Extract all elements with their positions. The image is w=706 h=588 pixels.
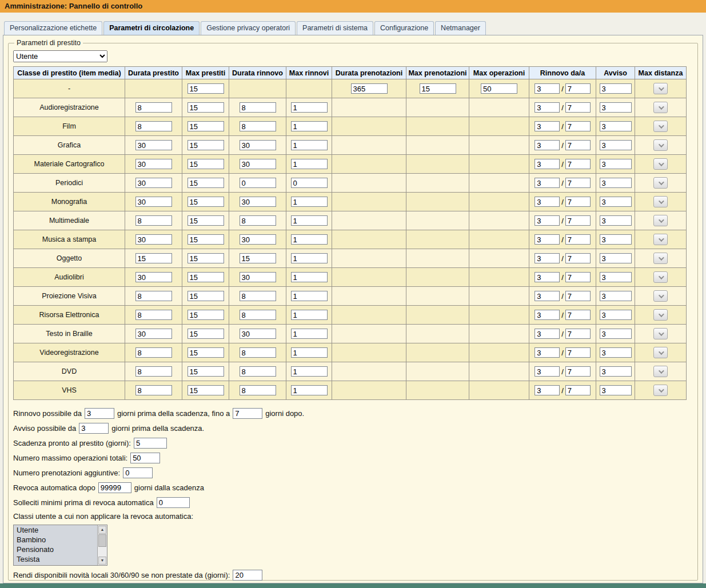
max-distanza-dropdown[interactable] (653, 215, 668, 226)
max-prestiti-input[interactable] (188, 215, 224, 226)
scrollbar-down-button[interactable]: ▼ (98, 557, 106, 565)
max-prestiti-input[interactable] (188, 140, 224, 150)
max-prestiti-input[interactable] (188, 234, 224, 245)
tab-netmanager[interactable]: Netmanager (435, 21, 486, 35)
rinnovo-a-input[interactable] (565, 197, 591, 207)
max-rinnovi-input[interactable] (291, 329, 328, 339)
extra-reservations-input[interactable] (123, 467, 153, 478)
max-distanza-dropdown[interactable] (653, 177, 668, 189)
avviso-input[interactable] (600, 178, 632, 188)
max-distanza-dropdown[interactable] (653, 121, 668, 132)
tab-gestione-privacy-operatori[interactable]: Gestione privacy operatori (201, 21, 296, 35)
scrollbar-up-button[interactable]: ▲ (98, 526, 106, 534)
max-rinnovi-input[interactable] (291, 291, 328, 301)
listbox-scrollbar[interactable]: ▲ ▼ (97, 525, 107, 565)
novelty-availability-input[interactable] (233, 570, 262, 581)
avviso-input[interactable] (600, 140, 632, 150)
max-rinnovi-input[interactable] (291, 178, 328, 188)
max-distanza-dropdown[interactable] (653, 328, 668, 339)
rinnovo-da-input[interactable] (535, 329, 560, 339)
durata-rinnovo-input[interactable] (240, 197, 276, 207)
max-distanza-dropdown[interactable] (653, 309, 668, 321)
auto-revoke-days-input[interactable] (98, 482, 131, 493)
durata-rinnovo-input[interactable] (240, 272, 276, 282)
durata-prestito-input[interactable] (135, 102, 172, 113)
avviso-input[interactable] (600, 329, 632, 339)
durata-rinnovo-input[interactable] (240, 253, 276, 263)
max-rinnovi-input[interactable] (291, 347, 328, 358)
durata-prestito-input[interactable] (135, 272, 172, 282)
max-distanza-dropdown[interactable] (653, 385, 668, 396)
rinnovo-a-input[interactable] (565, 385, 591, 395)
max-total-operations-input[interactable] (130, 453, 160, 463)
durata-prestito-input[interactable] (135, 234, 172, 245)
max-rinnovi-input[interactable] (291, 215, 328, 226)
max-prestiti-input[interactable] (188, 197, 224, 207)
rinnovo-da-input[interactable] (535, 272, 560, 282)
renewal-from-input[interactable] (85, 408, 114, 419)
durata-prenotazioni-input[interactable] (351, 83, 388, 94)
avviso-input[interactable] (600, 121, 632, 131)
durata-rinnovo-input[interactable] (240, 215, 276, 226)
avviso-input[interactable] (600, 385, 632, 395)
max-rinnovi-input[interactable] (291, 310, 328, 320)
hold-ready-expiry-input[interactable] (134, 438, 167, 449)
rinnovo-da-input[interactable] (535, 253, 560, 263)
rinnovo-a-input[interactable] (565, 272, 591, 282)
rinnovo-a-input[interactable] (565, 291, 591, 301)
avviso-input[interactable] (600, 83, 632, 94)
max-prestiti-input[interactable] (188, 178, 224, 188)
rinnovo-da-input[interactable] (535, 291, 560, 301)
rinnovo-da-input[interactable] (535, 140, 560, 150)
durata-rinnovo-input[interactable] (240, 159, 276, 169)
rinnovo-da-input[interactable] (535, 347, 560, 358)
max-prestiti-input[interactable] (188, 102, 224, 113)
max-distanza-dropdown[interactable] (653, 271, 668, 283)
durata-rinnovo-input[interactable] (240, 178, 276, 188)
max-rinnovi-input[interactable] (291, 102, 328, 113)
max-prestiti-input[interactable] (188, 385, 224, 395)
avviso-input[interactable] (600, 347, 632, 358)
rinnovo-da-input[interactable] (535, 102, 560, 113)
listbox-option[interactable]: Utente (14, 525, 97, 535)
durata-rinnovo-input[interactable] (240, 366, 276, 377)
max-distanza-dropdown[interactable] (653, 234, 668, 245)
max-rinnovi-input[interactable] (291, 159, 328, 169)
rinnovo-da-input[interactable] (535, 234, 560, 245)
avviso-input[interactable] (600, 215, 632, 226)
rinnovo-a-input[interactable] (565, 121, 591, 131)
max-distanza-dropdown[interactable] (653, 83, 668, 94)
durata-prestito-input[interactable] (135, 121, 172, 131)
durata-prestito-input[interactable] (135, 215, 172, 226)
rinnovo-a-input[interactable] (565, 234, 591, 245)
max-distanza-dropdown[interactable] (653, 347, 668, 358)
rinnovo-da-input[interactable] (535, 197, 560, 207)
durata-prestito-input[interactable] (135, 329, 172, 339)
rinnovo-a-input[interactable] (565, 347, 591, 358)
avviso-input[interactable] (600, 366, 632, 377)
rinnovo-a-input[interactable] (565, 83, 591, 94)
durata-prestito-input[interactable] (135, 253, 172, 263)
rinnovo-a-input[interactable] (565, 310, 591, 320)
avviso-input[interactable] (600, 234, 632, 245)
max-distanza-dropdown[interactable] (653, 139, 668, 151)
durata-prestito-input[interactable] (135, 385, 172, 395)
max-prestiti-input[interactable] (188, 121, 224, 131)
avviso-input[interactable] (600, 310, 632, 320)
user-class-select[interactable]: Utente (13, 50, 107, 62)
durata-rinnovo-input[interactable] (240, 121, 276, 131)
rinnovo-da-input[interactable] (535, 83, 560, 94)
listbox-option[interactable]: Bambino (14, 535, 97, 545)
max-operazioni-input[interactable] (481, 83, 517, 94)
rinnovo-da-input[interactable] (535, 310, 560, 320)
durata-rinnovo-input[interactable] (240, 102, 276, 113)
rinnovo-a-input[interactable] (565, 178, 591, 188)
max-rinnovi-input[interactable] (291, 385, 328, 395)
scrollbar-thumb[interactable] (98, 534, 106, 547)
revoke-exempt-listbox[interactable]: UtenteBambinoPensionatoTesista ▲ ▼ (13, 525, 107, 566)
max-distanza-dropdown[interactable] (653, 102, 668, 113)
renewal-until-input[interactable] (233, 408, 262, 419)
rinnovo-a-input[interactable] (565, 329, 591, 339)
durata-prestito-input[interactable] (135, 310, 172, 320)
durata-rinnovo-input[interactable] (240, 140, 276, 150)
